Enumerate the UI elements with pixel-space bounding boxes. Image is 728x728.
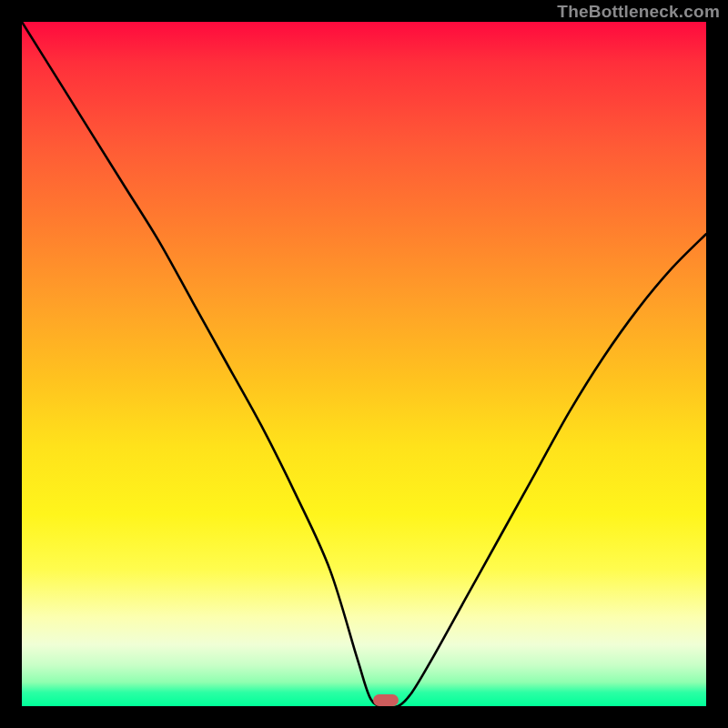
optimal-point-marker xyxy=(373,694,399,706)
watermark-text: TheBottleneck.com xyxy=(557,2,720,22)
heat-gradient-background xyxy=(22,22,706,706)
plot-area xyxy=(22,22,706,706)
chart-frame: TheBottleneck.com xyxy=(0,0,728,728)
